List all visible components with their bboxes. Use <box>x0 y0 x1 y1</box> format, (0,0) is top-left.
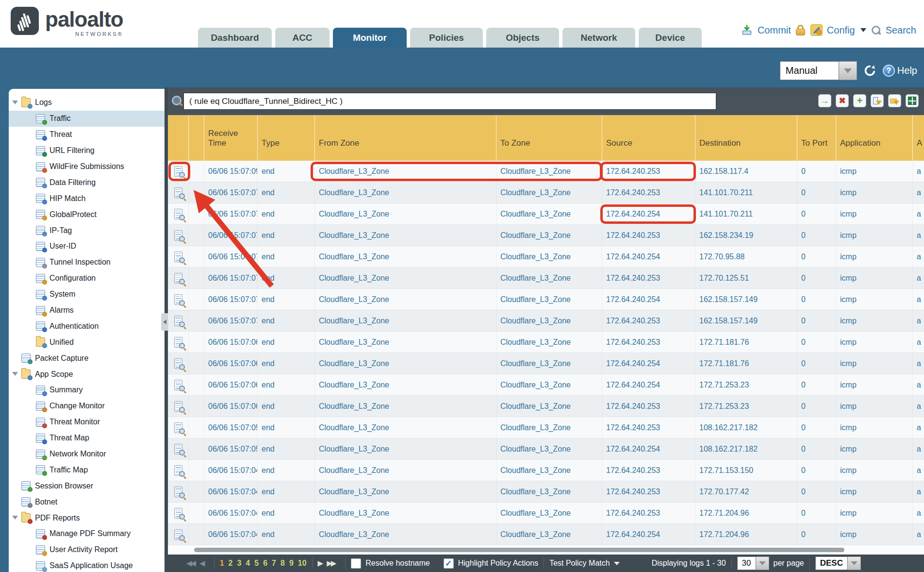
sort-order-dropdown-arrow[interactable] <box>848 556 861 570</box>
cell-to-zone[interactable]: Cloudflare_L3_Zone <box>496 161 602 182</box>
cell-receive-time[interactable]: 06/06 15:07:07 <box>204 310 257 331</box>
log-detail-icon[interactable] <box>168 246 188 267</box>
cell-source[interactable]: 172.64.240.253 <box>602 182 695 203</box>
sidebar-item-packet-capture[interactable]: Packet Capture <box>9 350 168 366</box>
tab-acc[interactable]: ACC <box>275 28 330 48</box>
sidebar-item-traffic-map[interactable]: Traffic Map <box>9 462 168 478</box>
commit-button[interactable]: Commit <box>758 25 791 36</box>
cell-from-zone[interactable]: Cloudflare_L3_Zone <box>314 438 496 459</box>
cell-to-zone[interactable]: Cloudflare_L3_Zone <box>496 310 602 331</box>
cell-receive-time[interactable]: 06/06 15:07:04 <box>204 524 257 545</box>
cell-destination[interactable]: 108.162.217.182 <box>695 417 797 438</box>
cell-application[interactable]: icmp <box>836 353 912 374</box>
cell-destination[interactable]: 172.70.125.51 <box>695 268 797 288</box>
log-detail-icon[interactable] <box>168 310 188 331</box>
sidebar-item-app-scope[interactable]: App Scope <box>9 366 168 382</box>
cell-receive-time[interactable]: 06/06 15:07:06 <box>204 396 257 417</box>
cell-type[interactable]: end <box>257 460 314 481</box>
cell-destination[interactable]: 162.158.157.149 <box>695 310 797 331</box>
cell-receive-time[interactable]: 06/06 15:07:07 <box>204 203 257 224</box>
cell-from-zone[interactable]: Cloudflare_L3_Zone <box>314 246 496 267</box>
column-header-from-zone[interactable]: From Zone <box>314 115 496 161</box>
cell-type[interactable]: end <box>257 353 314 374</box>
cell-receive-time[interactable]: 06/06 15:07:04 <box>204 503 257 523</box>
cell-receive-time[interactable]: 06/06 15:07:07 <box>204 225 257 246</box>
cell-type[interactable]: end <box>257 332 314 353</box>
cell-application[interactable]: icmp <box>836 396 912 417</box>
cell-type[interactable]: end <box>257 246 314 267</box>
cell-type[interactable]: end <box>257 310 314 331</box>
cell-from-zone[interactable]: Cloudflare_L3_Zone <box>314 310 496 331</box>
cell-source[interactable]: 172.64.240.253 <box>602 310 695 331</box>
cell-application[interactable]: icmp <box>836 161 912 182</box>
column-header-source[interactable]: Source <box>602 115 695 161</box>
log-detail-icon[interactable] <box>168 524 188 545</box>
table-row[interactable]: 06/06 15:07:07endCloudflare_L3_ZoneCloud… <box>168 289 924 310</box>
cell-type[interactable]: end <box>257 289 314 310</box>
expander-icon[interactable] <box>12 372 18 376</box>
cell-type[interactable]: end <box>257 182 314 203</box>
cell-source[interactable]: 172.64.240.253 <box>602 460 695 481</box>
cell-destination[interactable]: 162.158.117.4 <box>695 161 797 182</box>
page-number-7[interactable]: 7 <box>272 559 276 568</box>
cell-from-zone[interactable]: Cloudflare_L3_Zone <box>314 332 496 353</box>
page-number-8[interactable]: 8 <box>280 559 285 568</box>
table-row[interactable]: 06/06 15:07:07endCloudflare_L3_ZoneCloud… <box>168 225 924 246</box>
tab-network[interactable]: Network <box>562 28 635 48</box>
cell-to-zone[interactable]: Cloudflare_L3_Zone <box>496 481 602 502</box>
prev-page-button[interactable]: ◀ <box>199 559 204 568</box>
cell-to-port[interactable]: 0 <box>797 417 836 438</box>
sidebar-item-logs[interactable]: Logs <box>9 95 168 111</box>
cell-type[interactable]: end <box>257 481 314 502</box>
table-row[interactable]: 06/06 15:07:07endCloudflare_L3_ZoneCloud… <box>168 246 924 268</box>
column-header-receive-time[interactable]: Receive Time <box>204 115 257 161</box>
table-row[interactable]: 06/06 15:07:07endCloudflare_L3_ZoneCloud… <box>168 182 924 203</box>
cell-type[interactable]: end <box>257 268 314 288</box>
cell-destination[interactable]: 172.71.153.150 <box>695 460 797 481</box>
cell-source[interactable]: 172.64.240.253 <box>602 161 695 182</box>
page-number-3[interactable]: 3 <box>237 559 241 568</box>
cell-destination[interactable]: 172.70.177.42 <box>695 481 797 502</box>
cell-from-zone[interactable]: Cloudflare_L3_Zone <box>314 481 496 502</box>
sidebar-item-session-browser[interactable]: Session Browser <box>9 478 168 494</box>
cell-destination[interactable]: 172.71.204.96 <box>695 503 797 523</box>
page-number-9[interactable]: 9 <box>289 559 294 568</box>
search-button[interactable]: Search <box>886 25 916 36</box>
cell-to-zone[interactable]: Cloudflare_L3_Zone <box>496 182 602 203</box>
sidebar-item-authentication[interactable]: Authentication <box>9 318 168 334</box>
cell-source[interactable]: 172.64.240.253 <box>602 268 695 288</box>
cell-application[interactable]: icmp <box>836 289 912 310</box>
cell-to-zone[interactable]: Cloudflare_L3_Zone <box>496 417 602 438</box>
cell-to-zone[interactable]: Cloudflare_L3_Zone <box>496 374 602 395</box>
refresh-mode-select[interactable]: Manual <box>780 61 857 80</box>
cell-from-zone[interactable]: Cloudflare_L3_Zone <box>314 289 496 310</box>
log-detail-icon[interactable] <box>168 161 188 182</box>
cell-to-port[interactable]: 0 <box>797 268 836 288</box>
test-policy-match-button[interactable]: Test Policy Match <box>549 559 610 568</box>
column-header-to-zone[interactable]: To Zone <box>496 115 602 161</box>
cell-destination[interactable]: 141.101.70.211 <box>695 203 797 224</box>
table-row[interactable]: 06/06 15:07:04endCloudflare_L3_ZoneCloud… <box>168 524 924 545</box>
cell-destination[interactable]: 172.71.181.76 <box>695 332 797 353</box>
cell-to-zone[interactable]: Cloudflare_L3_Zone <box>496 203 602 224</box>
cell-type[interactable]: end <box>257 225 314 246</box>
last-page-button[interactable]: ▶▶ <box>327 559 335 568</box>
table-row[interactable]: 06/06 15:07:04endCloudflare_L3_ZoneCloud… <box>168 503 924 524</box>
cell-from-zone[interactable]: Cloudflare_L3_Zone <box>314 374 496 395</box>
add-filter-icon[interactable]: + <box>853 94 866 107</box>
table-row[interactable]: 06/06 15:07:06endCloudflare_L3_ZoneCloud… <box>168 396 924 417</box>
sidebar-collapse-handle[interactable] <box>161 313 168 331</box>
cell-application[interactable]: icmp <box>836 225 912 246</box>
cell-application[interactable]: icmp <box>836 460 912 481</box>
cell-from-zone[interactable]: Cloudflare_L3_Zone <box>314 503 496 523</box>
cell-application[interactable]: icmp <box>836 246 912 267</box>
sidebar-item-threat-map[interactable]: Threat Map <box>9 430 168 446</box>
sidebar-item-alarms[interactable]: Alarms <box>9 303 168 319</box>
page-number-10[interactable]: 10 <box>298 559 307 568</box>
cell-source[interactable]: 172.64.240.253 <box>602 396 695 417</box>
table-row[interactable]: 06/06 15:07:07endCloudflare_L3_ZoneCloud… <box>168 203 924 225</box>
cell-source[interactable]: 172.64.240.253 <box>602 332 695 353</box>
sidebar-item-manage-pdf-summary[interactable]: Manage PDF Summary <box>9 526 168 542</box>
cell-destination[interactable]: 162.158.157.149 <box>695 289 797 310</box>
cell-to-port[interactable]: 0 <box>797 460 836 481</box>
